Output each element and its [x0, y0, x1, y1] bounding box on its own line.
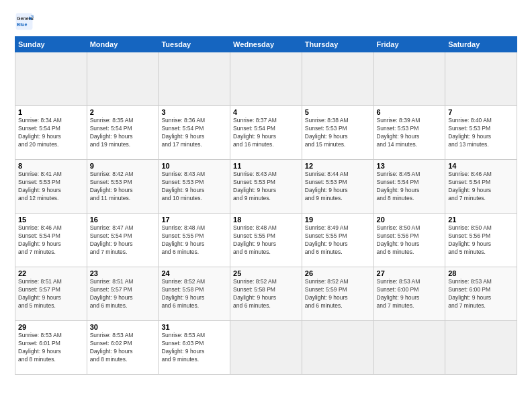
day-info: Sunrise: 8:53 AM Sunset: 6:02 PM Dayligh…	[90, 332, 156, 364]
day-number: 20	[377, 216, 443, 224]
day-info: Sunrise: 8:53 AM Sunset: 6:00 PM Dayligh…	[377, 278, 443, 310]
day-info: Sunrise: 8:41 AM Sunset: 5:53 PM Dayligh…	[18, 171, 84, 203]
day-number: 27	[377, 269, 443, 277]
day-number: 29	[18, 323, 84, 331]
day-number: 15	[18, 216, 84, 224]
calendar-cell: 13Sunrise: 8:45 AM Sunset: 5:54 PM Dayli…	[373, 160, 445, 214]
calendar-cell: 9Sunrise: 8:42 AM Sunset: 5:53 PM Daylig…	[87, 160, 159, 214]
calendar-cell: 5Sunrise: 8:38 AM Sunset: 5:53 PM Daylig…	[302, 106, 373, 160]
day-info: Sunrise: 8:50 AM Sunset: 5:56 PM Dayligh…	[377, 224, 443, 257]
day-info: Sunrise: 8:47 AM Sunset: 5:54 PM Dayligh…	[90, 224, 156, 257]
calendar-cell	[159, 52, 230, 106]
calendar-cell: 25Sunrise: 8:52 AM Sunset: 5:58 PM Dayli…	[230, 267, 302, 321]
calendar-cell: 26Sunrise: 8:52 AM Sunset: 5:59 PM Dayli…	[302, 267, 373, 321]
day-number: 14	[448, 162, 514, 170]
svg-text:Blue: Blue	[17, 22, 27, 27]
day-number: 10	[161, 162, 227, 170]
calendar-cell: 20Sunrise: 8:50 AM Sunset: 5:56 PM Dayli…	[373, 214, 445, 267]
day-info: Sunrise: 8:39 AM Sunset: 5:53 PM Dayligh…	[377, 117, 443, 149]
calendar-cell: 8Sunrise: 8:41 AM Sunset: 5:53 PM Daylig…	[15, 160, 87, 214]
day-number: 8	[18, 162, 84, 170]
day-number: 28	[448, 269, 514, 277]
day-number: 7	[448, 108, 514, 116]
day-number: 11	[233, 162, 299, 170]
day-info: Sunrise: 8:35 AM Sunset: 5:54 PM Dayligh…	[90, 117, 156, 149]
day-number: 24	[161, 269, 227, 277]
day-info: Sunrise: 8:52 AM Sunset: 5:59 PM Dayligh…	[305, 278, 371, 310]
day-info: Sunrise: 8:50 AM Sunset: 5:56 PM Dayligh…	[448, 224, 514, 257]
day-info: Sunrise: 8:34 AM Sunset: 5:54 PM Dayligh…	[18, 117, 84, 149]
calendar-cell: 16Sunrise: 8:47 AM Sunset: 5:54 PM Dayli…	[87, 214, 159, 267]
calendar-cell: 29Sunrise: 8:53 AM Sunset: 6:01 PM Dayli…	[15, 321, 87, 375]
calendar-cell	[373, 52, 445, 106]
calendar-week-4: 22Sunrise: 8:51 AM Sunset: 5:57 PM Dayli…	[15, 267, 517, 321]
calendar-week-5: 29Sunrise: 8:53 AM Sunset: 6:01 PM Dayli…	[15, 321, 517, 375]
calendar-cell: 6Sunrise: 8:39 AM Sunset: 5:53 PM Daylig…	[373, 106, 445, 160]
day-info: Sunrise: 8:43 AM Sunset: 5:53 PM Dayligh…	[233, 171, 299, 203]
header: General Blue	[15, 12, 517, 31]
day-info: Sunrise: 8:53 AM Sunset: 6:03 PM Dayligh…	[161, 332, 227, 364]
day-info: Sunrise: 8:51 AM Sunset: 5:57 PM Dayligh…	[18, 278, 84, 310]
calendar-cell: 21Sunrise: 8:50 AM Sunset: 5:56 PM Dayli…	[445, 214, 517, 267]
calendar-cell: 7Sunrise: 8:40 AM Sunset: 5:53 PM Daylig…	[445, 106, 517, 160]
calendar-cell: 1Sunrise: 8:34 AM Sunset: 5:54 PM Daylig…	[15, 106, 87, 160]
day-number: 6	[377, 108, 443, 116]
day-info: Sunrise: 8:37 AM Sunset: 5:54 PM Dayligh…	[233, 117, 299, 149]
calendar-table: SundayMondayTuesdayWednesdayThursdayFrid…	[15, 36, 517, 375]
calendar-cell: 22Sunrise: 8:51 AM Sunset: 5:57 PM Dayli…	[15, 267, 87, 321]
calendar-cell	[230, 321, 302, 375]
day-info: Sunrise: 8:44 AM Sunset: 5:53 PM Dayligh…	[305, 171, 371, 203]
calendar-cell: 19Sunrise: 8:49 AM Sunset: 5:55 PM Dayli…	[302, 214, 373, 267]
day-info: Sunrise: 8:48 AM Sunset: 5:55 PM Dayligh…	[233, 224, 299, 257]
day-info: Sunrise: 8:45 AM Sunset: 5:54 PM Dayligh…	[377, 171, 443, 203]
day-number: 16	[90, 216, 156, 224]
day-info: Sunrise: 8:52 AM Sunset: 5:58 PM Dayligh…	[161, 278, 227, 310]
calendar-cell	[302, 321, 373, 375]
calendar-cell	[87, 52, 159, 106]
day-number: 26	[305, 269, 371, 277]
day-info: Sunrise: 8:53 AM Sunset: 6:00 PM Dayligh…	[448, 278, 514, 310]
calendar-cell: 3Sunrise: 8:36 AM Sunset: 5:54 PM Daylig…	[159, 106, 230, 160]
day-info: Sunrise: 8:42 AM Sunset: 5:53 PM Dayligh…	[90, 171, 156, 203]
day-info: Sunrise: 8:52 AM Sunset: 5:58 PM Dayligh…	[233, 278, 299, 310]
calendar-cell: 31Sunrise: 8:53 AM Sunset: 6:03 PM Dayli…	[159, 321, 230, 375]
day-number: 19	[305, 216, 371, 224]
calendar-week-1: 1Sunrise: 8:34 AM Sunset: 5:54 PM Daylig…	[15, 106, 517, 160]
calendar-cell: 10Sunrise: 8:43 AM Sunset: 5:53 PM Dayli…	[159, 160, 230, 214]
day-info: Sunrise: 8:38 AM Sunset: 5:53 PM Dayligh…	[305, 117, 371, 149]
calendar-cell: 15Sunrise: 8:46 AM Sunset: 5:54 PM Dayli…	[15, 214, 87, 267]
day-number: 17	[161, 216, 227, 224]
calendar-cell: 14Sunrise: 8:46 AM Sunset: 5:54 PM Dayli…	[445, 160, 517, 214]
calendar-cell: 27Sunrise: 8:53 AM Sunset: 6:00 PM Dayli…	[373, 267, 445, 321]
col-header-friday: Friday	[373, 37, 445, 52]
day-number: 22	[18, 269, 84, 277]
calendar-cell: 18Sunrise: 8:48 AM Sunset: 5:55 PM Dayli…	[230, 214, 302, 267]
calendar-cell	[302, 52, 373, 106]
page: General Blue SundayMondayTuesdayWednesda…	[0, 0, 532, 384]
calendar-cell	[445, 321, 517, 375]
calendar-week-3: 15Sunrise: 8:46 AM Sunset: 5:54 PM Dayli…	[15, 214, 517, 267]
day-number: 30	[90, 323, 156, 331]
day-number: 12	[305, 162, 371, 170]
day-info: Sunrise: 8:53 AM Sunset: 6:01 PM Dayligh…	[18, 332, 84, 364]
day-number: 5	[305, 108, 371, 116]
day-number: 23	[90, 269, 156, 277]
col-header-tuesday: Tuesday	[159, 37, 230, 52]
logo-icon: General Blue	[15, 12, 34, 31]
day-number: 4	[233, 108, 299, 116]
calendar-cell: 23Sunrise: 8:51 AM Sunset: 5:57 PM Dayli…	[87, 267, 159, 321]
day-number: 18	[233, 216, 299, 224]
calendar-cell: 11Sunrise: 8:43 AM Sunset: 5:53 PM Dayli…	[230, 160, 302, 214]
calendar-cell: 30Sunrise: 8:53 AM Sunset: 6:02 PM Dayli…	[87, 321, 159, 375]
calendar-cell	[15, 52, 87, 106]
col-header-sunday: Sunday	[15, 37, 87, 52]
day-number: 1	[18, 108, 84, 116]
day-number: 21	[448, 216, 514, 224]
calendar-cell: 17Sunrise: 8:48 AM Sunset: 5:55 PM Dayli…	[159, 214, 230, 267]
calendar-cell: 12Sunrise: 8:44 AM Sunset: 5:53 PM Dayli…	[302, 160, 373, 214]
day-number: 3	[161, 108, 227, 116]
calendar-cell: 24Sunrise: 8:52 AM Sunset: 5:58 PM Dayli…	[159, 267, 230, 321]
logo: General Blue	[15, 12, 36, 31]
calendar-week-0	[15, 52, 517, 106]
day-info: Sunrise: 8:40 AM Sunset: 5:53 PM Dayligh…	[448, 117, 514, 149]
